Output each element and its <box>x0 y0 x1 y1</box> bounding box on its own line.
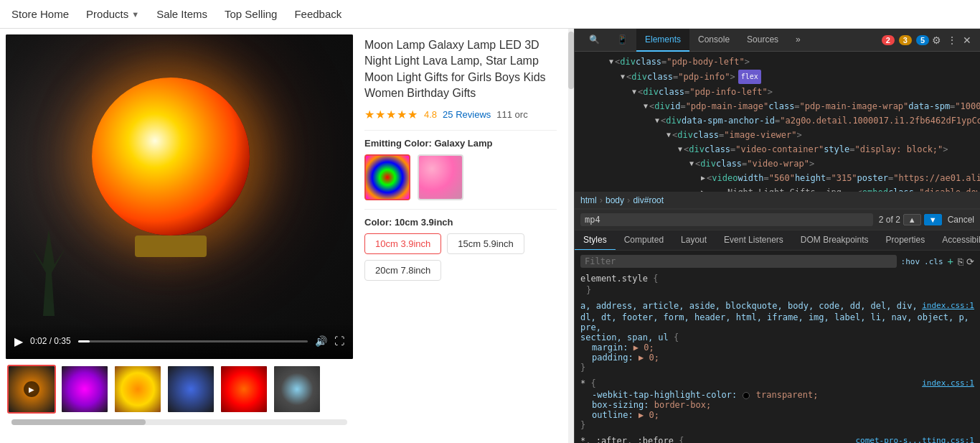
tab-computed[interactable]: Computed <box>616 230 672 251</box>
vertical-dots-icon[interactable]: ⋮ <box>944 34 960 46</box>
styles-panel: :hov .cls + ⎘ ⟳ element.style { } index.… <box>575 251 980 443</box>
filter-hov-btn[interactable]: :hov <box>901 257 920 266</box>
css-source-star[interactable]: index.css:1 <box>922 378 974 388</box>
filter-add-btn[interactable]: + <box>948 256 953 267</box>
reviews-link[interactable]: 25 Reviews <box>443 109 491 120</box>
expand-arrow-7[interactable]: ▼ <box>678 143 682 156</box>
size-btn-15cm[interactable]: 15cm 5.9inch <box>447 233 524 254</box>
horizontal-scrollbar[interactable] <box>11 419 347 425</box>
size-section: Color: 10cm 3.9inch 10cm 3.9inch 15cm 5.… <box>364 217 557 281</box>
dom-line-6[interactable]: ▼ <div class="image-viewer" > <box>575 128 980 142</box>
expand-arrow-4[interactable]: ▼ <box>644 100 648 113</box>
size-btn-20cm[interactable]: 20cm 7.8inch <box>364 260 441 281</box>
refresh-icon[interactable]: ⟳ <box>966 256 974 267</box>
dom-line-9[interactable]: ▶ <video width="560" height="315" poster… <box>575 171 980 185</box>
close-devtools-icon[interactable]: ✕ <box>960 34 974 46</box>
copy-icon[interactable]: ⎘ <box>958 256 963 267</box>
css-source-after[interactable]: comet-pro-s...tting.css:1 <box>855 436 974 443</box>
size-btn-10cm[interactable]: 10cm 3.9inch <box>364 233 441 254</box>
color-swatch-pink[interactable] <box>418 154 463 200</box>
search-prev-button[interactable]: ▲ <box>903 214 921 225</box>
color-swatch-galaxy[interactable] <box>364 154 410 200</box>
tab-layout[interactable]: Layout <box>672 230 715 251</box>
video-time: 0:02 / 0:35 <box>30 336 71 346</box>
css-block-close-1: } <box>580 285 974 295</box>
tab-more[interactable]: » <box>787 29 809 52</box>
expand-arrow-5[interactable]: ▼ <box>655 114 659 127</box>
nav-top-selling[interactable]: Top Selling <box>225 8 277 20</box>
dom-line-1[interactable]: ▼ <div class="pdp-body-left" > <box>575 55 980 69</box>
dom-line-4[interactable]: ▼ <div id="pdp-main-image" class="pdp-ma… <box>575 99 980 113</box>
progress-bar[interactable] <box>78 340 308 342</box>
divider-1 <box>364 130 557 131</box>
dom-line-3[interactable]: ▼ <div class="pdp-info-left" > <box>575 85 980 99</box>
filter-cls-btn[interactable]: .cls <box>924 257 943 266</box>
expand-arrow-3[interactable]: ▼ <box>632 85 636 98</box>
tab-console[interactable]: Console <box>689 29 738 52</box>
tab-properties[interactable]: Properties <box>877 230 934 251</box>
thumbnail-4[interactable] <box>166 365 215 414</box>
filter-icons: ⎘ ⟳ <box>958 256 974 267</box>
navigation-bar: Store Home Products ▼ Sale Items Top Sel… <box>0 0 980 29</box>
css-prop-tap: -webkit-tap-highlight-color: transparent… <box>580 390 974 400</box>
expand-arrow-8[interactable]: ▼ <box>689 157 694 170</box>
size-section-label: Color: 10cm 3.9inch <box>364 217 557 228</box>
thumbnail-2[interactable] <box>60 365 109 414</box>
vertical-scrollbar[interactable] <box>568 29 574 443</box>
nav-store-home[interactable]: Store Home <box>11 8 69 20</box>
crumb-html[interactable]: html <box>580 195 597 205</box>
dom-line-8[interactable]: ▼ <div class="video-wrap" > <box>575 157 980 171</box>
devtools-device-icon[interactable]: 📱 <box>608 29 636 52</box>
play-button[interactable]: ▶ <box>14 335 23 348</box>
thumbnail-5[interactable] <box>220 365 268 414</box>
nav-products-label: Products <box>86 8 128 20</box>
crumb-body[interactable]: body <box>606 195 624 205</box>
css-block-close-3: } <box>580 420 974 430</box>
thumbnail-6[interactable] <box>273 365 321 414</box>
nav-sale-items[interactable]: Sale Items <box>156 8 207 20</box>
dom-line-2[interactable]: ▼ <div class="pdp-info" > flex <box>575 69 980 85</box>
css-prop-box-sizing: box-sizing: border-box; <box>580 400 974 410</box>
expand-arrow-9[interactable]: ▶ <box>701 172 705 185</box>
search-cancel-button[interactable]: Cancel <box>948 215 974 225</box>
settings-icon[interactable]: ⚙ <box>929 34 944 46</box>
tab-dom-breakpoints[interactable]: DOM Breakpoints <box>792 230 877 251</box>
chevron-down-icon: ▼ <box>131 10 139 19</box>
expand-arrow-2[interactable]: ▼ <box>621 70 625 83</box>
dom-line-7[interactable]: ▼ <div class="video-container" style="di… <box>575 142 980 157</box>
filter-row: :hov .cls + ⎘ ⟳ <box>580 253 974 269</box>
css-source-reset[interactable]: index.css:1 <box>922 301 974 310</box>
tab-elements[interactable]: Elements <box>636 29 689 52</box>
tab-styles[interactable]: Styles <box>575 230 616 251</box>
size-options: 10cm 3.9inch 15cm 5.9inch 20cm 7.8inch <box>364 233 557 281</box>
thumb-image-2 <box>62 366 108 412</box>
filter-input[interactable] <box>580 255 897 268</box>
product-area: ▶ 0:02 / 0:35 🔊 ⛶ ▶ <box>0 29 574 443</box>
dom-line-10[interactable]: ▶ === Night Light Gifts .jpg... <embed c… <box>575 185 980 192</box>
expand-arrow-1[interactable]: ▼ <box>609 55 613 68</box>
fullscreen-button[interactable]: ⛶ <box>334 335 344 347</box>
nav-products[interactable]: Products ▼ <box>86 8 139 20</box>
expand-arrow-10[interactable]: ▶ <box>701 186 705 192</box>
video-player[interactable]: ▶ 0:02 / 0:35 🔊 ⛶ <box>6 34 353 359</box>
search-next-button[interactable]: ▼ <box>924 214 942 225</box>
color-swatch-dot <box>743 392 750 399</box>
tab-sources[interactable]: Sources <box>738 29 787 52</box>
thumbnail-3[interactable] <box>113 365 162 414</box>
dom-line-5[interactable]: ▼ <div data-spm-anchor-id="a2g0o.detail.… <box>575 113 980 128</box>
main-area: ▶ 0:02 / 0:35 🔊 ⛶ ▶ <box>0 29 980 443</box>
thumbnail-1[interactable]: ▶ <box>7 365 56 414</box>
search-input[interactable] <box>580 213 873 226</box>
expand-arrow-6[interactable]: ▼ <box>666 129 671 141</box>
devtools-badges: 2 3 5 <box>882 35 929 45</box>
css-selector-reset-2: dl, dt, footer, form, header, html, ifra… <box>580 312 974 332</box>
tab-event-listeners[interactable]: Event Listeners <box>715 230 792 251</box>
css-prop-padding: padding: ▶ 0; <box>580 353 974 363</box>
devtools-inspect-icon[interactable]: 🔍 <box>580 29 608 52</box>
tab-accessibility[interactable]: Accessibility <box>933 230 980 251</box>
info-badge: 5 <box>916 35 929 45</box>
warning-badge: 3 <box>899 35 912 45</box>
nav-feedback[interactable]: Feedback <box>294 8 341 20</box>
crumb-divroot[interactable]: div#root <box>633 195 664 205</box>
volume-button[interactable]: 🔊 <box>315 335 327 347</box>
